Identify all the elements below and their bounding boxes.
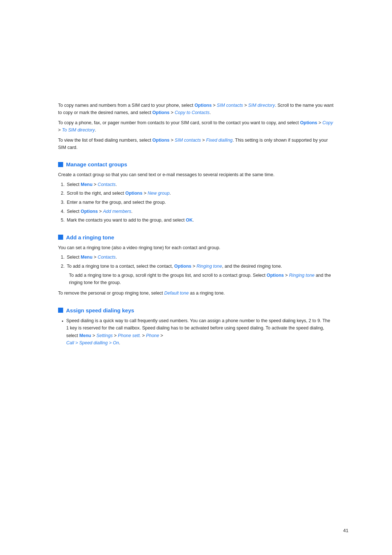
section-title-ringing-tone: Add a ringing tone — [66, 234, 114, 240]
options-link-5: Options — [125, 191, 142, 196]
step-1-4: 4. Select Options > Add members. — [58, 208, 334, 215]
ringing-tone-remove-note: To remove the personal or group ringing … — [58, 289, 334, 297]
section-speed-dialing-heading: Assign speed dialing keys — [58, 307, 334, 313]
step-2-2: 2. To add a ringing tone to a contact, s… — [58, 263, 334, 270]
step-1-2: 2. Scroll to the right, and select Optio… — [58, 190, 334, 197]
ringing-tone-description: You can set a ringing tone (also a video… — [58, 244, 334, 252]
to-sim-directory-link: To SIM directory — [62, 127, 95, 133]
settings-link: Settings — [96, 333, 113, 338]
section-manage-groups-heading: Manage contact groups — [58, 161, 334, 167]
manage-groups-description: Create a contact group so that you can s… — [58, 171, 334, 179]
sim-contacts-link-2: SIM contacts — [175, 138, 201, 143]
options-link-4: Options — [152, 138, 170, 143]
section-icon-ringing-tone — [58, 235, 63, 240]
section-icon-manage-groups — [58, 162, 63, 167]
bullet-icon-1: • — [62, 318, 63, 347]
sim-contacts-link-1: SIM contacts — [217, 103, 243, 108]
menu-link-3: Menu — [79, 333, 91, 338]
options-link-2: Options — [152, 110, 170, 115]
section-manage-groups-body: Create a contact group so that you can s… — [58, 171, 334, 224]
copy-to-contacts-link: Copy to Contacts — [175, 110, 209, 115]
step-1-1: 1. Select Menu > Contacts. — [58, 181, 334, 189]
call-speed-dialling-on-link: Call > Speed dialling > On — [66, 340, 119, 345]
ringing-tone-note-1: To add a ringing tone to a group, scroll… — [69, 272, 334, 287]
new-group-link: New group — [148, 191, 170, 196]
section-icon-speed-dialing — [58, 308, 63, 313]
ringing-tone-steps: 1. Select Menu > Contacts. 2. To add a r… — [58, 254, 334, 270]
step-1-5: 5. Mark the contacts you want to add to … — [58, 216, 334, 224]
section-title-manage-groups: Manage contact groups — [66, 161, 127, 167]
copy-link: Copy — [322, 120, 333, 125]
menu-link-1: Menu — [81, 182, 93, 187]
step-1-3: 3. Enter a name for the group, and selec… — [58, 199, 334, 206]
add-members-link: Add members — [103, 209, 131, 214]
options-link-6: Options — [81, 209, 98, 214]
section-title-speed-dialing: Assign speed dialing keys — [66, 307, 134, 313]
menu-link-2: Menu — [81, 255, 93, 260]
ok-link-1: OK — [186, 218, 193, 223]
intro-para-2: To copy a phone, fax, or pager number fr… — [58, 119, 334, 134]
contacts-link-1: Contacts — [98, 182, 115, 187]
content-area: To copy names and numbers from a SIM car… — [58, 102, 334, 347]
speed-dialing-bullets: • Speed dialing is a quick way to call f… — [58, 317, 334, 347]
options-link-7: Options — [174, 264, 191, 269]
contacts-link-2: Contacts — [98, 255, 115, 260]
manage-groups-steps: 1. Select Menu > Contacts. 2. Scroll to … — [58, 181, 334, 224]
section-speed-dialing-body: • Speed dialing is a quick way to call f… — [58, 317, 334, 347]
speed-dialing-bullet-1: • Speed dialing is a quick way to call f… — [58, 317, 334, 347]
phone-sett-link: Phone sett. — [118, 333, 141, 338]
page-container: To copy names and numbers from a SIM car… — [0, 0, 392, 555]
section-ringing-tone-heading: Add a ringing tone — [58, 234, 334, 240]
options-link-3: Options — [300, 120, 317, 125]
section-ringing-tone-body: You can set a ringing tone (also a video… — [58, 244, 334, 297]
options-link-1: Options — [195, 103, 212, 108]
step-2-1: 1. Select Menu > Contacts. — [58, 254, 334, 261]
fixed-dialling-link: Fixed dialling — [206, 138, 233, 143]
ringing-tone-link-1: Ringing tone — [197, 264, 222, 269]
intro-para-3: To view the list of fixed dialing number… — [58, 137, 334, 151]
sim-directory-link: SIM directory — [248, 103, 275, 108]
ringing-tone-link-2: Ringing tone — [289, 273, 314, 278]
options-link-8: Options — [267, 273, 284, 278]
phone-link: Phone — [146, 333, 159, 338]
page-number: 41 — [343, 528, 348, 533]
intro-para-1: To copy names and numbers from a SIM car… — [58, 102, 334, 116]
default-tone-link: Default tone — [164, 291, 189, 296]
